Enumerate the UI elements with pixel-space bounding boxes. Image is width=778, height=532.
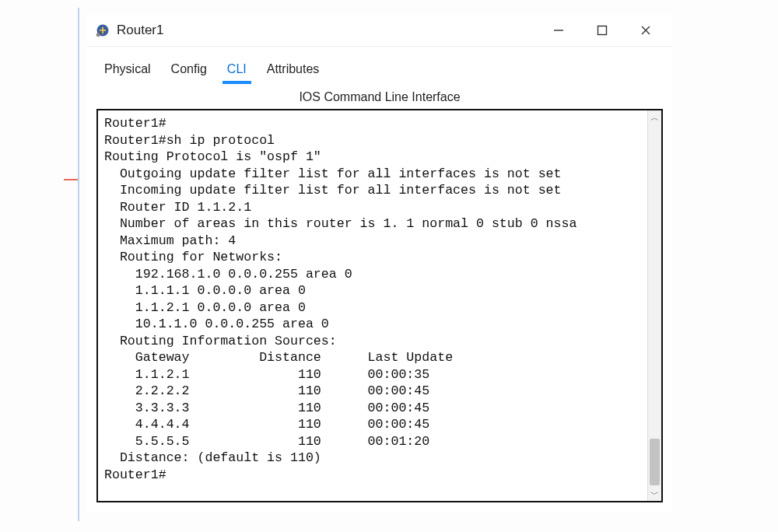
- canvas-guide-vertical: [78, 8, 79, 521]
- terminal-line: 3.3.3.3 110 00:00:45: [104, 400, 641, 417]
- terminal-line: Router1#: [104, 115, 641, 132]
- close-button[interactable]: [624, 15, 668, 46]
- tab-label: Attributes: [267, 62, 320, 75]
- terminal-scrollbar[interactable]: ︿ ﹀: [647, 110, 661, 501]
- scroll-down-arrow-icon[interactable]: ﹀: [648, 487, 662, 501]
- scroll-thumb[interactable]: [650, 439, 660, 485]
- terminal-line: 1.1.2.1 0.0.0.0 area 0: [104, 299, 641, 317]
- panel-subtitle: IOS Command Line Interface: [87, 90, 672, 104]
- terminal-line: Incoming update filter list for all inte…: [104, 182, 641, 199]
- terminal-line: Router1#sh ip protocol: [104, 132, 641, 149]
- window-title: Router1: [117, 23, 163, 38]
- terminal-line: 5.5.5.5 110 00:01:20: [104, 433, 641, 450]
- terminal-line: Routing for Networks:: [104, 249, 641, 266]
- terminal-line: Router1#: [104, 467, 641, 484]
- terminal-line: Routing Protocol is "ospf 1": [104, 149, 641, 166]
- terminal-line: 4.4.4.4 110 00:00:45: [104, 416, 641, 433]
- app-window: Router1 Physical Config CLI Attr: [87, 14, 672, 512]
- terminal-line: Outgoing update filter list for all inte…: [104, 166, 641, 183]
- tab-label: Physical: [104, 62, 151, 75]
- maximize-button[interactable]: [580, 15, 624, 46]
- svg-point-1: [96, 33, 100, 37]
- tab-label: CLI: [227, 62, 247, 75]
- tab-attributes[interactable]: Attributes: [265, 58, 321, 82]
- router-icon: [95, 23, 110, 38]
- terminal-frame: Router1#Router1#sh ip protocolRouting Pr…: [96, 109, 663, 502]
- terminal-line: Router ID 1.1.2.1: [104, 199, 641, 216]
- tab-config[interactable]: Config: [170, 58, 209, 82]
- tab-cli[interactable]: CLI: [226, 58, 248, 82]
- terminal-line: 1.1.1.1 0.0.0.0 area 0: [104, 282, 641, 299]
- terminal-line: 10.1.1.0 0.0.0.255 area 0: [104, 316, 641, 333]
- minimize-button[interactable]: [537, 15, 580, 46]
- titlebar: Router1: [87, 14, 672, 47]
- terminal-line: Maximum path: 4: [104, 233, 641, 250]
- terminal-line: Distance: (default is 110): [104, 450, 641, 467]
- svg-rect-2: [598, 26, 607, 34]
- scroll-track[interactable]: [648, 124, 661, 487]
- terminal-line: Gateway Distance Last Update: [104, 349, 641, 366]
- terminal-line: 192.168.1.0 0.0.0.255 area 0: [104, 266, 641, 283]
- terminal-line: 1.1.2.1 110 00:00:35: [104, 366, 641, 383]
- cli-terminal[interactable]: Router1#Router1#sh ip protocolRouting Pr…: [98, 110, 647, 501]
- tab-label: Config: [171, 62, 207, 75]
- tab-physical[interactable]: Physical: [103, 58, 152, 82]
- scroll-up-arrow-icon[interactable]: ︿: [648, 110, 662, 124]
- terminal-line: Routing Information Sources:: [104, 333, 641, 350]
- terminal-line: Number of areas in this router is 1. 1 n…: [104, 215, 641, 233]
- canvas-guide-horizontal: [64, 179, 78, 180]
- tabbar: Physical Config CLI Attributes: [87, 47, 672, 82]
- terminal-line: 2.2.2.2 110 00:00:45: [104, 383, 641, 400]
